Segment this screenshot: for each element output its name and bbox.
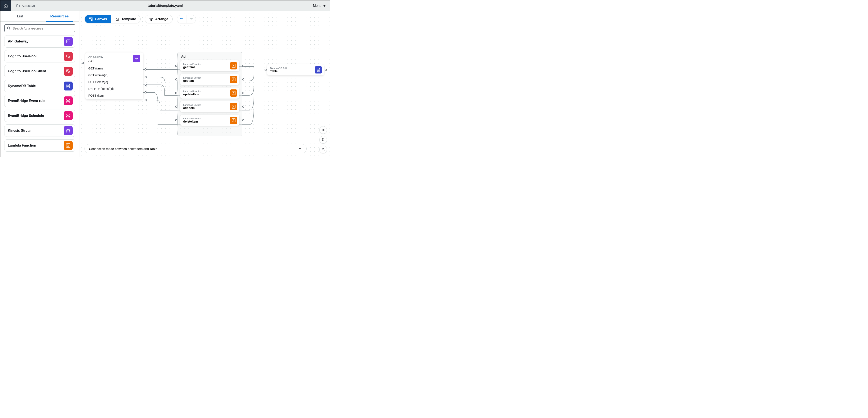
resource-dynamodb-table[interactable]: DynamoDB Table bbox=[4, 80, 75, 92]
api-route[interactable]: POST /item bbox=[88, 94, 140, 97]
svg-point-14 bbox=[67, 115, 69, 116]
group-api[interactable]: Api Lambda FunctiongetItems Lambda Funct… bbox=[178, 52, 242, 137]
api-route[interactable]: GET /items/{id} bbox=[88, 73, 140, 77]
node-lambda-getitem[interactable]: Lambda FunctiongetItem bbox=[180, 74, 239, 85]
canvas-label: Canvas bbox=[95, 17, 107, 21]
canvas-view-button[interactable]: Canvas bbox=[85, 15, 111, 23]
port-out[interactable] bbox=[242, 65, 244, 67]
node-type: API Gateway bbox=[88, 55, 140, 58]
node-type: Lambda Function bbox=[183, 103, 201, 106]
port-in[interactable] bbox=[175, 92, 177, 94]
port-out-3[interactable] bbox=[145, 91, 147, 93]
api-route[interactable]: GET /items bbox=[88, 67, 140, 70]
chevron-down-icon bbox=[298, 147, 302, 151]
svg-line-36 bbox=[323, 140, 324, 141]
node-lambda-additem[interactable]: Lambda FunctionaddItem bbox=[180, 101, 239, 112]
svg-point-4 bbox=[68, 57, 70, 58]
menu-label: Menu bbox=[313, 4, 321, 8]
lambda-icon bbox=[230, 62, 237, 69]
menu-button[interactable]: Menu bbox=[313, 4, 326, 8]
status-message: Connection made between deleteItem and T… bbox=[89, 147, 157, 151]
undo-icon bbox=[180, 17, 184, 21]
template-view-button[interactable]: Template bbox=[111, 15, 141, 23]
lambda-function-icon bbox=[64, 141, 73, 150]
node-lambda-getitems[interactable]: Lambda FunctiongetItems bbox=[180, 60, 239, 71]
zoom-fit-button[interactable] bbox=[319, 126, 327, 134]
resource-label: EventBridge Event rule bbox=[8, 99, 45, 103]
svg-rect-20 bbox=[89, 18, 90, 19]
svg-rect-26 bbox=[151, 20, 152, 21]
zoom-out-button[interactable] bbox=[319, 146, 327, 153]
tab-list[interactable]: List bbox=[0, 11, 40, 22]
tab-resources[interactable]: Resources bbox=[40, 11, 80, 22]
node-api-gateway[interactable]: API Gateway Api GET /items GET /items/{i… bbox=[85, 53, 143, 99]
redo-button[interactable] bbox=[186, 15, 196, 23]
lambda-icon bbox=[230, 89, 237, 97]
zoom-in-icon bbox=[321, 138, 325, 142]
search-icon bbox=[7, 26, 11, 30]
canvas-area[interactable]: Canvas Template Arrange bbox=[80, 11, 330, 157]
node-lambda-updateitem[interactable]: Lambda FunctionupdateItem bbox=[180, 88, 239, 98]
resource-label: DynamoDB Table bbox=[8, 84, 36, 88]
resource-cognito-userpoolclient[interactable]: Cognito UserPoolClient bbox=[4, 65, 75, 77]
node-name: Table bbox=[270, 69, 288, 73]
port-out-2[interactable] bbox=[145, 84, 147, 86]
port-out[interactable] bbox=[324, 69, 327, 71]
resource-cognito-userpool[interactable]: Cognito UserPool bbox=[4, 50, 75, 62]
home-button[interactable] bbox=[0, 0, 11, 11]
port-out-4[interactable] bbox=[145, 99, 147, 101]
arrange-icon bbox=[149, 17, 153, 21]
resource-lambda-function[interactable]: Lambda Function bbox=[4, 139, 75, 152]
diagram-surface[interactable]: API Gateway Api GET /items GET /items/{i… bbox=[80, 11, 330, 157]
zoom-in-button[interactable] bbox=[319, 136, 327, 144]
node-name: addItem bbox=[183, 106, 201, 110]
port-in[interactable] bbox=[265, 69, 267, 71]
api-route[interactable]: PUT /items/{id} bbox=[88, 80, 140, 84]
search-input[interactable] bbox=[13, 27, 73, 30]
port-in[interactable] bbox=[175, 119, 177, 121]
eventbridge-rule-icon bbox=[64, 96, 73, 106]
home-icon bbox=[4, 4, 8, 8]
resource-label: EventBridge Schedule bbox=[8, 114, 44, 118]
status-bar[interactable]: Connection made between deleteItem and T… bbox=[85, 144, 307, 153]
node-type: Lambda Function bbox=[183, 63, 201, 65]
resource-label: Cognito UserPool bbox=[8, 54, 36, 58]
port-in[interactable] bbox=[175, 79, 177, 81]
port-out-0[interactable] bbox=[145, 68, 147, 70]
search-input-wrapper[interactable] bbox=[4, 24, 75, 32]
file-title: tutorial/template.yaml bbox=[148, 4, 183, 8]
undo-button[interactable] bbox=[177, 15, 186, 23]
port-out[interactable] bbox=[242, 119, 244, 121]
svg-line-40 bbox=[323, 150, 324, 151]
api-gateway-icon bbox=[133, 55, 140, 62]
eventbridge-schedule-icon bbox=[64, 111, 73, 120]
port-out[interactable] bbox=[242, 106, 244, 108]
cognito-userpoolclient-icon bbox=[64, 67, 73, 76]
svg-rect-22 bbox=[91, 20, 92, 21]
resource-kinesis-stream[interactable]: Kinesis Stream bbox=[4, 124, 75, 137]
port-out[interactable] bbox=[242, 79, 244, 81]
node-type: DynamoDB Table bbox=[270, 67, 288, 69]
api-route[interactable]: DELETE /items/{id} bbox=[88, 87, 140, 90]
resource-label: Kinesis Stream bbox=[8, 129, 32, 132]
port-out[interactable] bbox=[242, 92, 244, 94]
port-in[interactable] bbox=[175, 65, 177, 67]
resource-eventbridge-rule[interactable]: EventBridge Event rule bbox=[4, 95, 75, 107]
zoom-out-icon bbox=[321, 148, 325, 151]
node-lambda-deleteitem[interactable]: Lambda FunctiondeleteItem bbox=[180, 115, 239, 126]
resource-label: Cognito UserPoolClient bbox=[8, 69, 46, 73]
resource-eventbridge-schedule[interactable]: EventBridge Schedule bbox=[4, 110, 75, 122]
node-dynamodb-table[interactable]: DynamoDB TableTable bbox=[267, 64, 324, 76]
arrange-button[interactable]: Arrange bbox=[145, 15, 173, 23]
undo-redo-group bbox=[177, 15, 196, 23]
resource-label: Lambda Function bbox=[8, 144, 36, 147]
canvas-toolbar: Canvas Template Arrange bbox=[85, 15, 196, 23]
resource-api-gateway[interactable]: API Gateway bbox=[4, 35, 75, 48]
resource-list: API Gateway Cognito UserPool Cognito Use… bbox=[0, 34, 79, 157]
port-in[interactable] bbox=[82, 62, 84, 64]
template-icon bbox=[116, 17, 119, 21]
port-out-1[interactable] bbox=[145, 76, 147, 78]
svg-rect-23 bbox=[116, 18, 119, 20]
svg-point-8 bbox=[67, 84, 70, 85]
port-in[interactable] bbox=[175, 106, 177, 108]
